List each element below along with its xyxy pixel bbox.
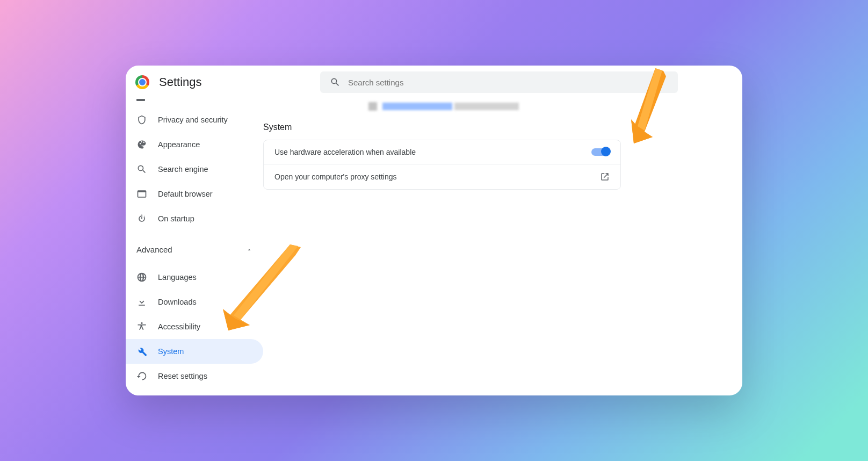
sidebar-item-label: System (158, 347, 184, 356)
autofill-icon (136, 99, 145, 101)
sidebar-item-label: On startup (158, 214, 194, 223)
section-title: System (263, 123, 742, 132)
chevron-up-icon (246, 247, 252, 253)
search-icon (330, 77, 341, 88)
sidebar-item-downloads[interactable]: Downloads (126, 290, 263, 314)
redacted-content (368, 102, 521, 113)
search-input[interactable] (348, 78, 668, 87)
sidebar-item-default-browser[interactable]: Default browser (126, 182, 263, 206)
accessibility-icon (136, 321, 147, 332)
sidebar: Privacy and security Appearance Search e… (126, 97, 263, 395)
download-icon (136, 297, 147, 307)
globe-icon (136, 272, 147, 283)
sidebar-item-label: Accessibility (158, 322, 200, 331)
sidebar-item-privacy[interactable]: Privacy and security (126, 107, 263, 132)
search-box[interactable] (320, 71, 678, 93)
sidebar-item-label: Search engine (158, 165, 208, 174)
header: Settings (126, 66, 742, 97)
sidebar-advanced-toggle[interactable]: Advanced (126, 235, 263, 261)
sidebar-advanced-section: Languages Downloads Accessibility System… (126, 261, 263, 393)
row-proxy-settings[interactable]: Open your computer's proxy settings (264, 164, 620, 189)
search-icon (136, 164, 147, 175)
sidebar-item-appearance[interactable]: Appearance (126, 132, 263, 157)
toggle-knob (601, 147, 611, 156)
palette-icon (136, 139, 147, 150)
sidebar-basic-section: Privacy and security Appearance Search e… (126, 103, 263, 235)
sidebar-item-system[interactable]: System (126, 339, 263, 364)
sidebar-item-search-engine[interactable]: Search engine (126, 157, 263, 182)
sidebar-item-label: Languages (158, 273, 197, 282)
content-area: System Use hardware acceleration when av… (263, 97, 742, 395)
sidebar-item-reset-settings[interactable]: Reset settings (126, 364, 263, 388)
body: Privacy and security Appearance Search e… (126, 97, 742, 395)
sidebar-item-label: Reset settings (158, 372, 207, 380)
row-label: Open your computer's proxy settings (274, 172, 397, 181)
power-icon (136, 213, 147, 224)
system-card: Use hardware acceleration when available… (263, 140, 621, 190)
settings-window: Settings Privacy and security Appearance (126, 66, 742, 395)
sidebar-item-label: Downloads (158, 298, 197, 306)
page-title: Settings (159, 75, 320, 89)
wrench-icon (136, 346, 147, 357)
sidebar-advanced-label: Advanced (136, 245, 172, 254)
sidebar-item-languages[interactable]: Languages (126, 265, 263, 290)
restore-icon (136, 371, 147, 381)
sidebar-item-partial[interactable] (126, 97, 263, 103)
sidebar-item-on-startup[interactable]: On startup (126, 206, 263, 231)
row-label: Use hardware acceleration when available (274, 148, 416, 156)
sidebar-item-label: Privacy and security (158, 116, 228, 124)
sidebar-item-label: Default browser (158, 190, 213, 198)
shield-icon (136, 114, 147, 125)
browser-icon (136, 189, 147, 199)
sidebar-item-label: Appearance (158, 140, 200, 149)
external-link-icon (600, 172, 610, 182)
hardware-acceleration-toggle[interactable] (591, 148, 610, 156)
sidebar-item-accessibility[interactable]: Accessibility (126, 314, 263, 339)
chrome-logo-icon (135, 75, 149, 89)
row-hardware-acceleration[interactable]: Use hardware acceleration when available (264, 140, 620, 164)
